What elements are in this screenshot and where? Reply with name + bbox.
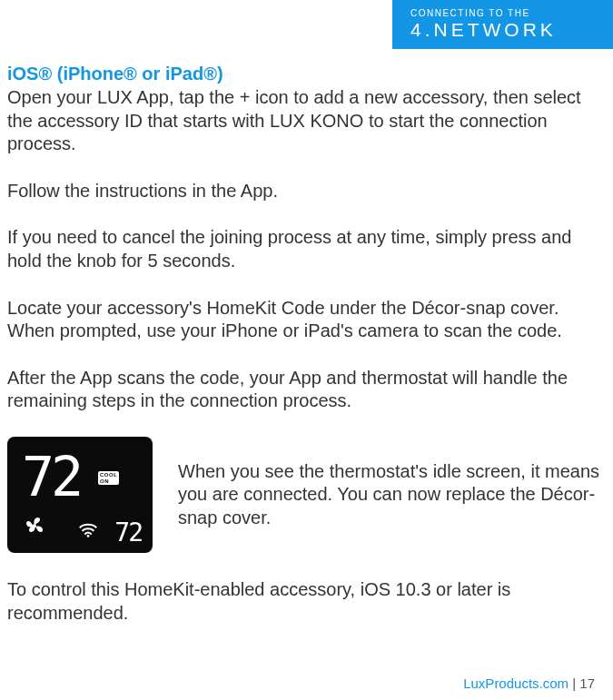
thermostat-row: 72 COOL ON 72 When you see the thermosta… xyxy=(7,437,606,553)
paragraph-open-app: Open your LUX App, tap the + icon to add… xyxy=(7,86,606,156)
paragraph-after-scan: After the App scans the code, your App a… xyxy=(7,367,606,413)
mode-line1: COOL xyxy=(100,472,117,478)
thermostat-temp-large: 72 xyxy=(22,449,80,504)
paragraph-follow-instructions: Follow the instructions in the App. xyxy=(7,180,606,203)
wifi-icon xyxy=(78,522,98,538)
footer-page-number: 17 xyxy=(579,675,595,691)
section-heading-ios: iOS® (iPhone® or iPad®) xyxy=(7,64,606,84)
chapter-title: 4.NETWORK xyxy=(410,19,557,41)
page-footer: LuxProducts.com | 17 xyxy=(463,675,595,691)
mode-line2: ON xyxy=(100,478,109,484)
paragraph-locate-homekit: Locate your accessory's HomeKit Code und… xyxy=(7,297,606,343)
thermostat-idle-text: When you see the thermostat's idle scree… xyxy=(178,460,606,530)
svg-point-1 xyxy=(87,535,90,537)
thermostat-device-image: 72 COOL ON 72 xyxy=(7,437,153,553)
footer-link[interactable]: LuxProducts.com xyxy=(463,675,569,691)
content-area: iOS® (iPhone® or iPad®) Open your LUX Ap… xyxy=(7,64,606,625)
chapter-header-band: CONNECTING TO THE 4.NETWORK xyxy=(392,0,613,49)
paragraph-ios-version: To control this HomeKit-enabled accessor… xyxy=(7,578,606,625)
thermostat-mode-badge: COOL ON xyxy=(98,471,119,485)
footer-separator: | xyxy=(569,675,579,691)
paragraph-cancel-join: If you need to cancel the joining proces… xyxy=(7,226,606,272)
chapter-subtitle: CONNECTING TO THE xyxy=(410,8,530,18)
svg-point-0 xyxy=(33,524,36,527)
thermostat-temp-small: 72 xyxy=(114,520,142,546)
fan-icon xyxy=(24,515,45,537)
